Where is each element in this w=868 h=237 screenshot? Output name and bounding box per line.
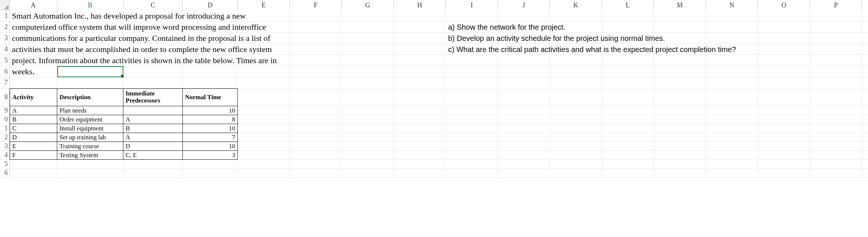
cell[interactable] (810, 160, 862, 169)
cell[interactable] (394, 44, 446, 55)
cell[interactable] (550, 142, 602, 151)
cell[interactable] (550, 151, 602, 160)
cell[interactable] (550, 169, 602, 178)
cell[interactable] (602, 106, 654, 115)
cell[interactable] (394, 77, 446, 88)
row-header-1[interactable]: 1 (0, 10, 10, 22)
cell[interactable] (654, 115, 706, 124)
cell[interactable] (238, 106, 290, 115)
cell[interactable] (394, 33, 446, 44)
cell[interactable] (550, 88, 602, 106)
cell[interactable] (394, 142, 446, 151)
cell[interactable] (654, 133, 706, 142)
cell[interactable] (758, 22, 810, 33)
cell[interactable] (342, 142, 394, 151)
cell[interactable] (810, 124, 862, 133)
cell[interactable] (394, 66, 446, 77)
column-header-Q[interactable]: Q (862, 0, 868, 10)
cell[interactable] (758, 33, 810, 44)
cell[interactable] (654, 169, 706, 178)
cell[interactable] (758, 10, 810, 22)
cell[interactable] (394, 151, 446, 160)
table-predecessors-A[interactable] (123, 106, 183, 115)
cell[interactable] (706, 124, 758, 133)
cell[interactable] (342, 160, 394, 169)
cell[interactable] (810, 106, 862, 115)
cell[interactable] (238, 169, 290, 178)
cell[interactable] (810, 77, 862, 88)
column-header-L[interactable]: L (602, 0, 654, 10)
cell[interactable] (10, 160, 57, 169)
cell[interactable] (654, 66, 706, 77)
cell[interactable] (342, 44, 394, 55)
cell[interactable] (810, 44, 862, 55)
cell[interactable] (10, 77, 57, 88)
table-header-description[interactable]: Description (57, 88, 123, 106)
cell[interactable] (446, 124, 498, 133)
cell[interactable] (602, 160, 654, 169)
column-header-I[interactable]: I (446, 0, 498, 10)
cell[interactable] (862, 124, 868, 133)
cell[interactable] (238, 66, 290, 77)
table-description-C[interactable]: Install equipment (57, 124, 123, 133)
cell[interactable] (290, 106, 342, 115)
cell[interactable] (290, 55, 342, 66)
cell[interactable] (123, 77, 183, 88)
cell[interactable] (602, 133, 654, 142)
table-time-C[interactable]: 10 (183, 124, 238, 133)
table-time-D[interactable]: 7 (183, 133, 238, 142)
cell[interactable] (706, 106, 758, 115)
cell[interactable] (758, 169, 810, 178)
cell[interactable] (862, 77, 868, 88)
cell[interactable] (654, 160, 706, 169)
cell[interactable] (602, 169, 654, 178)
cell[interactable] (290, 22, 342, 33)
cell[interactable] (446, 66, 498, 77)
select-all-corner[interactable] (0, 0, 10, 10)
cell[interactable] (498, 88, 550, 106)
column-header-M[interactable]: M (654, 0, 706, 10)
cell[interactable] (394, 88, 446, 106)
intro-line-3[interactable]: communications for a particular company.… (10, 33, 57, 44)
cell[interactable] (342, 77, 394, 88)
column-header-N[interactable]: N (706, 0, 758, 10)
table-time-A[interactable]: 10 (183, 106, 238, 115)
row-header-13[interactable]: 3 (0, 142, 10, 151)
cell[interactable] (862, 44, 868, 55)
intro-line-2[interactable]: computerized office system that will imp… (10, 22, 57, 33)
row-header-16[interactable]: 6 (0, 169, 10, 178)
row-header-3[interactable]: 3 (0, 33, 10, 44)
row-header-6[interactable]: 6 (0, 66, 10, 77)
cell[interactable] (342, 10, 394, 22)
cell[interactable] (446, 160, 498, 169)
cell[interactable] (758, 55, 810, 66)
cell[interactable] (706, 133, 758, 142)
cell[interactable] (394, 133, 446, 142)
cell[interactable] (602, 77, 654, 88)
table-header-predecessors[interactable]: ImmediatePredecessors (123, 88, 183, 106)
cell[interactable] (498, 106, 550, 115)
table-header-time[interactable]: Normal Time (183, 88, 238, 106)
cell[interactable] (498, 151, 550, 160)
cell[interactable] (183, 77, 238, 88)
cell[interactable] (238, 142, 290, 151)
table-activity-F[interactable]: F (10, 151, 57, 160)
table-time-B[interactable]: 8 (183, 115, 238, 124)
row-header-14[interactable]: 4 (0, 151, 10, 160)
cell[interactable] (342, 33, 394, 44)
cell[interactable] (342, 133, 394, 142)
cell[interactable] (446, 106, 498, 115)
cell[interactable] (498, 142, 550, 151)
table-activity-D[interactable]: D (10, 133, 57, 142)
cell[interactable] (123, 169, 183, 178)
cell[interactable] (394, 169, 446, 178)
column-header-H[interactable]: H (394, 0, 446, 10)
cell[interactable] (706, 88, 758, 106)
cell[interactable] (290, 160, 342, 169)
cell[interactable] (758, 160, 810, 169)
cell[interactable] (862, 169, 868, 178)
cell[interactable] (57, 169, 123, 178)
cell[interactable] (342, 106, 394, 115)
cell[interactable] (342, 169, 394, 178)
table-time-E[interactable]: 10 (183, 142, 238, 151)
